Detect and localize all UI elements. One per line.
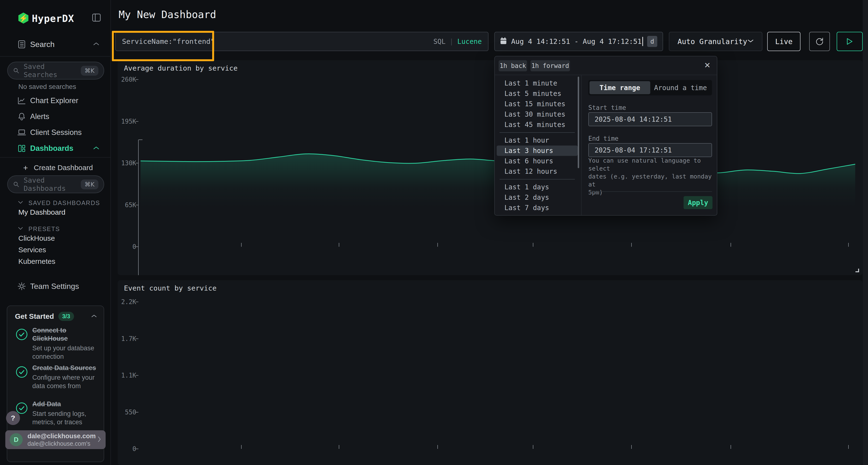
- time-range-popup: 1h back 1h forward ✕ Last 1 minuteLast 5…: [494, 56, 717, 215]
- granularity-select[interactable]: Auto Granularity: [669, 32, 763, 51]
- end-time-label: End time: [588, 135, 618, 142]
- check-circle-icon: [16, 366, 28, 379]
- calendar-icon: [500, 37, 507, 45]
- section-presets[interactable]: PRESETS: [0, 224, 111, 234]
- chevron-down-icon: [18, 201, 23, 205]
- plus-icon: +: [23, 163, 28, 172]
- sidebar-collapse-icon[interactable]: [92, 13, 101, 23]
- chevron-up-icon: [93, 146, 99, 151]
- resize-handle[interactable]: [856, 269, 859, 272]
- saved-searches-placeholder: Saved Searches: [24, 62, 81, 79]
- time-preset-option[interactable]: Last 45 minutes: [495, 120, 580, 130]
- shortcut-badge: ⌘K: [81, 179, 98, 189]
- time-preset-option[interactable]: Last 7 days: [495, 203, 580, 213]
- sidebar-item-search[interactable]: Search: [0, 37, 111, 52]
- time-range-value: Aug 4 14:12:51 - Aug 4 17:12:51: [511, 37, 642, 45]
- user-org: dale@clickhouse.com's: [28, 440, 97, 447]
- start-time-label: Start time: [588, 104, 626, 111]
- journal-icon: [18, 40, 26, 49]
- run-query-button[interactable]: [837, 32, 863, 51]
- page-scrollbar[interactable]: [863, 0, 868, 465]
- laptop-icon: [18, 128, 26, 137]
- time-preset-option[interactable]: Last 12 hours: [495, 166, 580, 176]
- get-started-item-title: Add Data: [32, 400, 100, 408]
- line-chart-icon: [18, 96, 26, 105]
- sidebar-item-label: Alerts: [30, 112, 49, 121]
- section-saved-dashboards[interactable]: SAVED DASHBOARDS: [0, 198, 111, 208]
- time-preset-option[interactable]: Last 1 hour: [495, 135, 580, 145]
- shortcut-badge: ⌘K: [81, 66, 98, 76]
- tab-time-range[interactable]: Time range: [590, 81, 650, 94]
- divider: [588, 191, 712, 192]
- scrollbar-thumb[interactable]: [578, 77, 579, 168]
- time-preset-option[interactable]: Last 1 days: [495, 182, 580, 192]
- tab-around-a-time[interactable]: Around a time: [650, 81, 711, 94]
- time-preset-option[interactable]: Last 6 hours: [495, 156, 580, 166]
- sql-toggle[interactable]: SQL: [433, 38, 445, 45]
- annotation-highlight-box: [112, 31, 214, 61]
- chevron-up-icon[interactable]: [91, 314, 97, 319]
- range-mode-tabs: Time range Around a time: [588, 80, 712, 95]
- sidebar-item-label: Dashboards: [30, 144, 73, 153]
- time-preset-option[interactable]: Last 15 minutes: [495, 99, 580, 109]
- divider: [581, 75, 582, 215]
- avatar: D: [10, 433, 23, 446]
- create-dashboard-button[interactable]: + Create Dashboard: [0, 161, 111, 174]
- divider: [0, 56, 111, 57]
- apply-button[interactable]: Apply: [684, 196, 712, 209]
- hyperdx-app: ⚡ HyperDX Search Saved Searches ⌘K No sa…: [0, 0, 868, 465]
- saved-searches-input[interactable]: Saved Searches ⌘K: [7, 62, 104, 79]
- refresh-button[interactable]: [809, 32, 830, 51]
- lucene-toggle[interactable]: Lucene: [457, 38, 482, 45]
- divider: [0, 157, 111, 158]
- sidebar-item-alerts[interactable]: Alerts: [0, 109, 111, 124]
- sidebar-item-label: Client Sessions: [30, 128, 82, 137]
- chart-card-event-count: Event count by service 2.2K1.7K1.1K5500 …: [118, 280, 863, 465]
- sidebar: ⚡ HyperDX Search Saved Searches ⌘K No sa…: [0, 0, 111, 465]
- get-started-title: Get Started: [15, 312, 54, 321]
- shift-forward-button[interactable]: 1h forward: [530, 60, 570, 71]
- brand-name: HyperDX: [32, 13, 74, 24]
- time-preset-option[interactable]: Last 14 days: [495, 213, 580, 215]
- sidebar-item-dashboards[interactable]: Dashboards: [0, 141, 111, 156]
- saved-dashboards-input[interactable]: Saved Dashboards ⌘K: [7, 175, 104, 193]
- chevron-up-icon: [93, 42, 99, 47]
- sidebar-item-chart-explorer[interactable]: Chart Explorer: [0, 94, 111, 108]
- page-title: My New Dashboard: [119, 9, 216, 21]
- time-preset-option[interactable]: Last 30 minutes: [495, 109, 580, 120]
- section-label: SAVED DASHBOARDS: [28, 199, 100, 206]
- get-started-item-title: Create Data Sources: [32, 364, 100, 372]
- time-preset-option[interactable]: Last 2 days: [495, 192, 580, 203]
- sidebar-item-my-dashboard[interactable]: My Dashboard: [18, 208, 65, 217]
- sidebar-item-team-settings[interactable]: Team Settings: [0, 278, 111, 294]
- get-started-item-title: Connect to ClickHouse: [32, 326, 100, 343]
- close-icon[interactable]: ✕: [704, 61, 711, 70]
- sidebar-item-label: Team Settings: [30, 282, 79, 291]
- time-range-input[interactable]: Aug 4 14:12:51 - Aug 4 17:12:51 d: [494, 32, 663, 51]
- help-button[interactable]: ?: [6, 411, 20, 425]
- sidebar-item-clickhouse[interactable]: ClickHouse: [18, 234, 55, 242]
- get-started-item-desc: Set up your database connection: [32, 344, 100, 361]
- create-dashboard-label: Create Dashboard: [34, 164, 93, 172]
- natural-language-hint: You can use natural language to select d…: [588, 157, 712, 196]
- sidebar-item-kubernetes[interactable]: Kubernetes: [18, 257, 55, 266]
- time-presets-list: Last 1 minuteLast 5 minutesLast 15 minut…: [495, 75, 580, 215]
- time-preset-option[interactable]: Last 1 minute: [495, 78, 580, 89]
- live-button[interactable]: Live: [767, 32, 801, 51]
- end-time-input[interactable]: 2025-08-04 17:12:51: [588, 143, 712, 157]
- saved-dashboards-placeholder: Saved Dashboards: [24, 176, 81, 193]
- time-preset-option[interactable]: Last 5 minutes: [495, 89, 580, 99]
- user-menu[interactable]: D dale@clickhouse.com dale@clickhouse.co…: [5, 430, 105, 449]
- sidebar-item-label: Chart Explorer: [30, 96, 79, 105]
- start-time-input[interactable]: 2025-08-04 14:12:51: [588, 112, 712, 126]
- shift-back-button[interactable]: 1h back: [499, 60, 527, 71]
- chart-title: Event count by service: [124, 284, 217, 292]
- get-started-progress-badge: 3/3: [58, 312, 74, 321]
- text-cursor: [642, 37, 643, 46]
- sidebar-item-client-sessions[interactable]: Client Sessions: [0, 125, 111, 140]
- time-preset-option[interactable]: Last 3 hours: [497, 145, 578, 156]
- sidebar-item-services[interactable]: Services: [18, 246, 46, 254]
- section-label: PRESETS: [28, 226, 60, 232]
- chevron-down-icon: [18, 227, 23, 231]
- search-icon: [13, 181, 19, 188]
